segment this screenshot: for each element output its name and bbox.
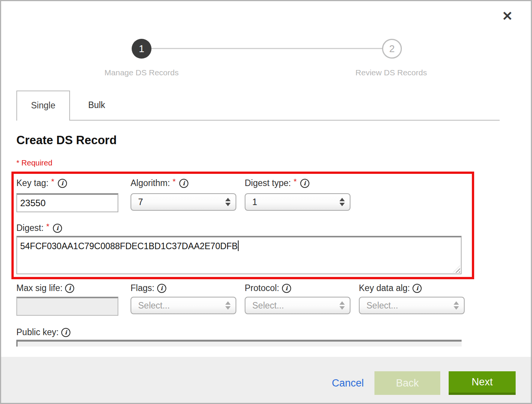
select-arrows-icon (225, 301, 231, 310)
info-icon[interactable]: i (179, 179, 188, 188)
tabs-underline (70, 120, 500, 121)
required-asterisk: * (51, 177, 54, 186)
info-icon[interactable]: i (300, 179, 309, 188)
public-key-textarea[interactable] (16, 340, 462, 347)
digest-value: 54FCF030AA1C79C0088FDEC1BD1C37DAA2E70DFB (20, 241, 237, 251)
flags-select-value: Select... (138, 301, 170, 310)
info-icon[interactable]: i (58, 179, 67, 188)
protocol-label-text: Protocol: (245, 283, 279, 293)
protocol-select-value: Select... (252, 301, 284, 310)
algorithm-label: Algorithm: * i (131, 178, 188, 188)
protocol-label: Protocol: i (245, 283, 291, 293)
select-arrows-icon (454, 301, 459, 310)
select-arrows-icon (339, 198, 345, 206)
protocol-select[interactable]: Select... (245, 297, 350, 314)
select-arrows-icon (225, 198, 231, 206)
key-data-alg-label-text: Key data alg: (359, 283, 410, 293)
max-sig-life-label: Max sig life: i (16, 283, 74, 293)
algorithm-select[interactable]: 7 (131, 193, 236, 211)
step-1-indicator: 1 (132, 39, 151, 59)
next-button[interactable]: Next (449, 371, 516, 395)
algorithm-select-value: 7 (138, 197, 143, 207)
step-2-label: Review DS Records (355, 68, 427, 77)
flags-select[interactable]: Select... (131, 297, 236, 314)
digest-type-select-value: 1 (252, 197, 257, 207)
key-tag-label-text: Key tag: (16, 178, 48, 188)
cancel-button[interactable]: Cancel (332, 371, 364, 395)
flags-label: Flags: i (131, 283, 166, 293)
step-connector-line (151, 48, 383, 49)
algorithm-label-text: Algorithm: (131, 178, 170, 188)
step-1-label: Manage DS Records (105, 68, 179, 77)
public-key-label-text: Public key: (16, 327, 59, 337)
public-key-label: Public key: i (16, 327, 70, 337)
create-ds-record-modal: { "icons": { "close": "✕", "info": "i" }… (0, 0, 532, 404)
digest-label: Digest: * i (16, 223, 62, 233)
text-cursor (238, 240, 239, 251)
info-icon[interactable]: i (65, 284, 74, 293)
info-icon[interactable]: i (282, 284, 291, 293)
required-asterisk: * (46, 222, 49, 231)
info-icon[interactable]: i (61, 328, 70, 337)
tab-bulk[interactable]: Bulk (70, 91, 123, 120)
info-icon[interactable]: i (53, 224, 62, 233)
info-icon[interactable]: i (157, 284, 166, 293)
required-asterisk: * (173, 177, 176, 186)
max-sig-life-label-text: Max sig life: (16, 283, 62, 293)
key-tag-input[interactable] (16, 193, 118, 212)
back-button[interactable]: Back (374, 371, 440, 395)
digest-textarea[interactable]: 54FCF030AA1C79C0088FDEC1BD1C37DAA2E70DFB (16, 236, 462, 274)
resize-handle[interactable] (453, 266, 460, 273)
key-data-alg-select-value: Select... (366, 301, 398, 310)
close-icon[interactable]: ✕ (502, 10, 513, 22)
key-data-alg-select[interactable]: Select... (359, 297, 465, 314)
required-asterisk: * (293, 177, 296, 186)
flags-label-text: Flags: (131, 283, 155, 293)
required-note: * Required (16, 159, 53, 167)
key-data-alg-label: Key data alg: i (359, 283, 422, 293)
select-arrows-icon (339, 301, 345, 310)
info-icon[interactable]: i (413, 284, 422, 293)
max-sig-life-input[interactable] (16, 297, 118, 316)
digest-label-text: Digest: (16, 223, 44, 233)
key-tag-label: Key tag: * i (16, 178, 67, 188)
page-title: Create DS Record (16, 134, 117, 147)
digest-type-label: Digest type: * i (245, 178, 309, 188)
tab-single[interactable]: Single (16, 91, 70, 121)
step-2-indicator: 2 (382, 39, 402, 59)
digest-type-select[interactable]: 1 (245, 193, 350, 211)
digest-type-label-text: Digest type: (245, 178, 291, 188)
